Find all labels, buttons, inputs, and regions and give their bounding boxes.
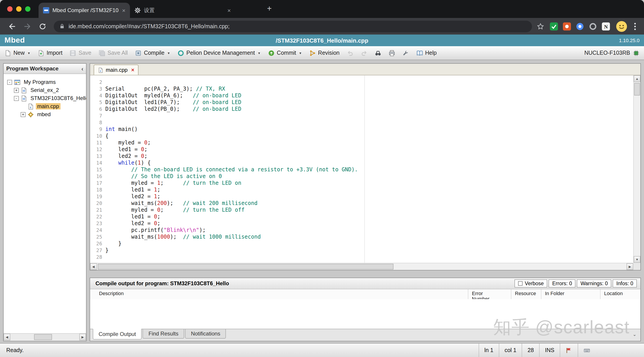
code-area[interactable]: 23Serial pc(PA_2, PA_3); // TX, RX4Digit… — [90, 75, 633, 263]
tree-item-label[interactable]: mbed — [36, 111, 52, 118]
scroll-up-icon[interactable]: ▲ — [634, 75, 640, 82]
scroll-left-icon[interactable]: ◀ — [4, 334, 10, 340]
code-line[interactable]: 15 // The on-board LED is connected via … — [90, 166, 633, 173]
device-selector[interactable]: NUCLEO-F103RB — [584, 50, 640, 56]
profile-avatar[interactable] — [616, 21, 627, 32]
line-number[interactable]: 3 — [90, 86, 105, 92]
chevron-down-icon[interactable]: ▼ — [258, 51, 260, 55]
line-number[interactable]: 7 — [90, 113, 105, 119]
code-line[interactable]: 16 // So the LED is active on 0 — [90, 173, 633, 180]
chevron-down-icon[interactable]: ▼ — [167, 51, 170, 55]
line-number[interactable]: 27 — [90, 247, 105, 254]
expand-icon[interactable]: + — [20, 112, 26, 117]
editor-horizontal-scrollbar[interactable]: ◀ ▶ — [90, 263, 633, 270]
line-number[interactable]: 13 — [90, 153, 105, 160]
editor-tab-close-icon[interactable]: × — [131, 67, 134, 73]
collapse-icon[interactable]: - — [7, 80, 12, 85]
tree-item-label[interactable]: My Programs — [22, 79, 57, 85]
line-number[interactable]: 21 — [90, 207, 105, 213]
line-number[interactable]: 17 — [90, 180, 105, 187]
line-number[interactable]: 11 — [90, 140, 105, 146]
ext-green-check-icon[interactable] — [550, 22, 558, 30]
code-line[interactable]: 28 — [90, 254, 633, 261]
column-header-error-number[interactable]: Error Number — [468, 289, 511, 299]
code-line[interactable]: 5DigitalOut led1(PA_7); // on-board LED — [90, 99, 633, 106]
code-line[interactable]: 20 wait_ms(200); // wait 200 millisecond — [90, 200, 633, 207]
tab-find-results[interactable]: Find Results — [143, 329, 184, 338]
commit-button[interactable]: Commit▼ — [268, 50, 302, 56]
line-number[interactable]: 6 — [90, 106, 105, 113]
scroll-right-icon[interactable]: ▶ — [79, 334, 86, 340]
code-line[interactable]: 26 } — [90, 240, 633, 247]
line-number[interactable]: 22 — [90, 213, 105, 220]
line-number[interactable]: 12 — [90, 146, 105, 153]
ext-notion-icon[interactable]: N — [602, 22, 610, 30]
tree-item-stm32f103c8t6-hello[interactable]: -STM32F103C8T6_Hello — [4, 94, 86, 102]
browser-tab[interactable]: Mbed Compiler /STM32F103C8× — [38, 3, 130, 18]
forward-icon[interactable] — [22, 21, 33, 32]
code-line[interactable]: 13 led2 = 0; — [90, 153, 633, 160]
input-language-flag[interactable] — [560, 343, 578, 357]
line-number[interactable]: 10 — [90, 133, 105, 140]
infos-counter[interactable]: Infos: 0 — [613, 279, 637, 287]
code-line[interactable]: 2 — [90, 79, 633, 86]
tree-item-mbed[interactable]: +mbed — [4, 110, 86, 118]
tree-item-my-programs[interactable]: -My Programs — [4, 78, 86, 86]
pelion-device-management-button[interactable]: Pelion Device Management▼ — [178, 50, 261, 56]
code-line[interactable]: 25 wait_ms(1000); // wait 1000 milliseco… — [90, 234, 633, 240]
line-number[interactable]: 19 — [90, 193, 105, 200]
new-button[interactable]: New▼ — [4, 50, 30, 56]
tab-compile-output[interactable]: Compile Output — [93, 329, 142, 339]
line-number[interactable]: 16 — [90, 173, 105, 180]
collapse-panel-icon[interactable]: ‹ — [81, 65, 83, 72]
line-number[interactable]: 20 — [90, 200, 105, 207]
code-line[interactable]: 14 while(1) { — [90, 160, 633, 166]
line-number[interactable]: 25 — [90, 234, 105, 240]
chevron-down-icon[interactable]: ▼ — [299, 51, 302, 55]
line-number[interactable]: 5 — [90, 99, 105, 106]
bookmark-star-icon[interactable] — [536, 21, 546, 31]
code-line[interactable]: 3Serial pc(PA_2, PA_3); // TX, RX — [90, 86, 633, 92]
code-line[interactable]: 17 myled = 1; // turn the LED on — [90, 180, 633, 187]
address-bar[interactable]: ide.mbed.com/compiler/#nav:/STM32F103C8T… — [54, 21, 532, 32]
line-number[interactable]: 4 — [90, 92, 105, 99]
verbose-toggle[interactable]: Verbose — [514, 279, 547, 287]
scroll-left-icon[interactable]: ◀ — [90, 263, 97, 270]
ext-chat-icon[interactable] — [576, 22, 584, 30]
column-header-location[interactable]: Location — [600, 289, 640, 299]
line-number[interactable]: 23 — [90, 220, 105, 227]
code-line[interactable]: 22 led1 = 0; — [90, 213, 633, 220]
line-number[interactable]: 2 — [90, 79, 105, 86]
code-line[interactable]: 27} — [90, 247, 633, 254]
column-header-resource[interactable]: Resource — [511, 289, 541, 299]
tab-notifications[interactable]: Notifications — [185, 329, 226, 338]
verbose-checkbox[interactable] — [518, 281, 522, 286]
revision-button[interactable]: Revision — [309, 50, 340, 56]
warnings-counter[interactable]: Warnings: 0 — [577, 279, 612, 287]
line-number[interactable]: 14 — [90, 160, 105, 166]
line-number[interactable]: 18 — [90, 187, 105, 193]
code-line[interactable]: 11 myled = 0; — [90, 140, 633, 146]
print-button[interactable] — [388, 50, 395, 56]
column-header-description[interactable]: Description — [90, 289, 468, 299]
compile-button[interactable]: Compile▼ — [135, 50, 170, 56]
tab-close-icon[interactable]: × — [122, 7, 126, 14]
collapse-icon[interactable]: - — [14, 96, 19, 101]
column-header-in-folder[interactable]: In Folder — [541, 289, 600, 299]
scrollbar-thumb[interactable] — [98, 264, 394, 269]
mbed-logo[interactable]: Mbed — [4, 36, 25, 45]
code-line[interactable]: 19 led2 = 1; — [90, 193, 633, 200]
scrollbar-thumb[interactable] — [34, 334, 52, 340]
tree-item-label[interactable]: STM32F103C8T6_Hello — [29, 95, 86, 101]
line-number[interactable]: 26 — [90, 240, 105, 247]
editor-vertical-scrollbar[interactable]: ▲ ▼ — [633, 75, 640, 263]
tab-close-icon[interactable]: × — [228, 7, 231, 14]
zoom-button[interactable] — [25, 6, 30, 12]
back-icon[interactable] — [7, 21, 18, 32]
tree-item-label[interactable]: main.cpp — [36, 103, 60, 109]
line-number[interactable]: 15 — [90, 166, 105, 173]
expand-icon[interactable]: + — [14, 88, 19, 93]
new-tab-button[interactable]: + — [264, 3, 275, 15]
browser-menu-icon[interactable] — [630, 22, 640, 31]
output-tabs-overflow-icon[interactable]: ⌄ — [631, 332, 638, 337]
